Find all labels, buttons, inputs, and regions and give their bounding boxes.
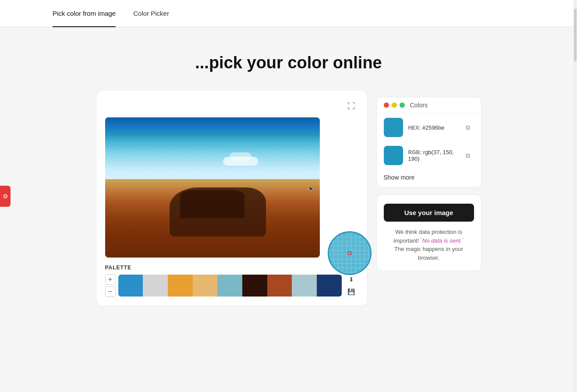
palette-swatch-6[interactable]	[242, 275, 267, 297]
rgb-color-info: RGB: rgb(37, 150, 190)	[408, 149, 457, 162]
palette-swatch-2[interactable]	[143, 275, 168, 297]
palette-swatch-7[interactable]	[267, 275, 292, 297]
palette-section: PALETTE + −	[105, 265, 358, 297]
window-dot-green	[400, 102, 405, 108]
privacy-link[interactable]: `No data is sent.`	[421, 237, 464, 244]
tab-color-picker[interactable]: Color Picker	[124, 0, 178, 27]
copy-rgb-button[interactable]: ⧉	[462, 149, 474, 162]
window-dot-yellow	[392, 102, 397, 108]
palette-swatch-5[interactable]	[217, 275, 242, 297]
scrollbar-thumb[interactable]	[574, 9, 577, 61]
palette-swatch-8[interactable]	[292, 275, 317, 297]
remove-color-button[interactable]: −	[105, 286, 116, 297]
tab-pick-color[interactable]: Pick color from image	[44, 0, 124, 27]
window-dot-red	[384, 102, 389, 108]
car-top	[180, 190, 244, 218]
colors-card: Colors HEX: #2596be ⧉	[376, 97, 481, 187]
copy-hex-icon: ⧉	[466, 124, 470, 131]
fullscreen-button[interactable]: ⛶	[344, 99, 358, 113]
colors-title: Colors	[410, 102, 428, 109]
right-panel: AD Colors HEX: #2596be	[376, 90, 481, 306]
cloud-2	[230, 152, 251, 160]
card-toolbar: ⛶	[105, 99, 358, 113]
use-image-card: Use your image We think data protection …	[376, 194, 481, 271]
colors-header: Colors	[377, 97, 481, 113]
settings-gear-button[interactable]: ⚙	[0, 186, 11, 207]
copy-hex-button[interactable]: ⧉	[462, 121, 474, 134]
scrollbar[interactable]	[573, 0, 577, 392]
palette-swatch-9[interactable]	[317, 275, 342, 297]
gear-icon: ⚙	[3, 193, 8, 200]
privacy-text: We think data protection is important! `…	[384, 228, 474, 262]
hex-color-entry: HEX: #2596be ⧉	[377, 113, 481, 141]
copy-rgb-icon: ⧉	[466, 152, 470, 159]
desert-image[interactable]	[105, 117, 320, 258]
rgb-color-preview	[384, 146, 403, 165]
plus-icon: +	[108, 275, 112, 283]
sky-layer	[105, 117, 320, 180]
use-image-button[interactable]: Use your image	[384, 204, 474, 222]
hex-color-preview	[384, 118, 403, 137]
palette-swatch-4[interactable]	[193, 275, 218, 297]
main-content: ⛶	[26, 90, 552, 324]
image-picker-card: ⛶	[96, 90, 368, 306]
palette-colors	[118, 275, 342, 297]
palette-actions: ⬇ 💾	[344, 274, 358, 297]
magnifier-crosshair	[348, 251, 351, 255]
palette-swatch-1[interactable]	[118, 275, 143, 297]
save-icon: 💾	[347, 288, 355, 295]
fullscreen-icon: ⛶	[347, 102, 355, 111]
add-color-button[interactable]: +	[105, 274, 116, 285]
palette-row: + −	[105, 274, 358, 297]
hex-color-info: HEX: #2596be	[408, 124, 457, 131]
rgb-color-entry: RGB: rgb(37, 150, 190) ⧉	[377, 141, 481, 170]
minus-icon: −	[108, 288, 112, 296]
show-more-link[interactable]: Show more	[377, 170, 481, 187]
palette-swatch-3[interactable]	[168, 275, 193, 297]
save-palette-button[interactable]: 💾	[344, 286, 358, 297]
tab-bar: Pick color from image Color Picker	[0, 0, 577, 27]
palette-label: PALETTE	[105, 265, 358, 271]
palette-controls: + −	[105, 274, 116, 297]
download-icon: ⬇	[349, 276, 354, 283]
page-wrapper: ⚙ Pick color from image Color Picker ...…	[0, 0, 577, 324]
page-title: ...pick your color online	[0, 53, 577, 72]
download-palette-button[interactable]: ⬇	[344, 274, 358, 285]
